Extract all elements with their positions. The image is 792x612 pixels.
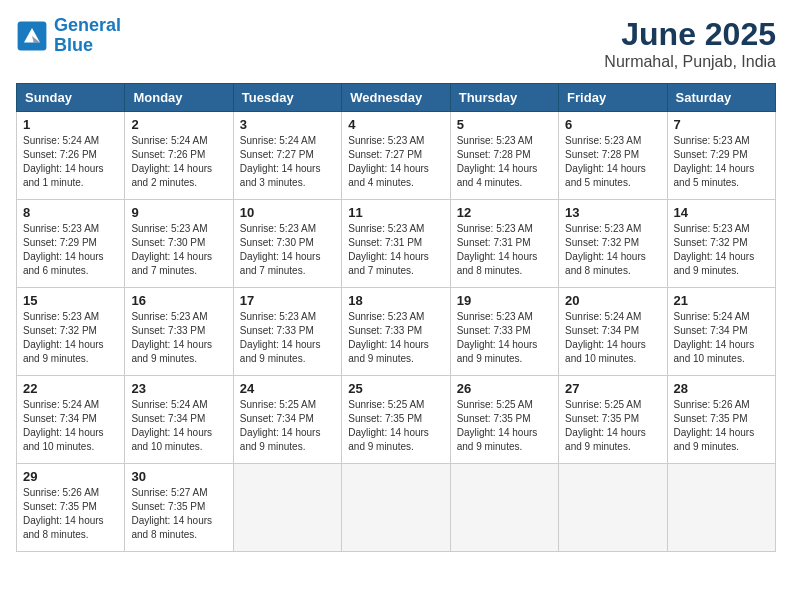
day-number: 26 (457, 381, 552, 396)
table-row: 16Sunrise: 5:23 AMSunset: 7:33 PMDayligh… (125, 288, 233, 376)
day-info: Sunrise: 5:26 AMSunset: 7:35 PMDaylight:… (23, 486, 118, 542)
week-row: 8Sunrise: 5:23 AMSunset: 7:29 PMDaylight… (17, 200, 776, 288)
day-number: 19 (457, 293, 552, 308)
logo: General Blue (16, 16, 121, 56)
table-row (559, 464, 667, 552)
logo-icon (16, 20, 48, 52)
day-number: 7 (674, 117, 769, 132)
day-number: 24 (240, 381, 335, 396)
table-row: 17Sunrise: 5:23 AMSunset: 7:33 PMDayligh… (233, 288, 341, 376)
day-number: 20 (565, 293, 660, 308)
day-number: 13 (565, 205, 660, 220)
day-number: 12 (457, 205, 552, 220)
table-row: 23Sunrise: 5:24 AMSunset: 7:34 PMDayligh… (125, 376, 233, 464)
title-area: June 2025 Nurmahal, Punjab, India (604, 16, 776, 71)
day-info: Sunrise: 5:24 AMSunset: 7:34 PMDaylight:… (23, 398, 118, 454)
day-number: 2 (131, 117, 226, 132)
header-tuesday: Tuesday (233, 84, 341, 112)
day-info: Sunrise: 5:23 AMSunset: 7:30 PMDaylight:… (240, 222, 335, 278)
table-row: 9Sunrise: 5:23 AMSunset: 7:30 PMDaylight… (125, 200, 233, 288)
day-info: Sunrise: 5:23 AMSunset: 7:33 PMDaylight:… (457, 310, 552, 366)
day-number: 11 (348, 205, 443, 220)
table-row: 7Sunrise: 5:23 AMSunset: 7:29 PMDaylight… (667, 112, 775, 200)
day-info: Sunrise: 5:24 AMSunset: 7:34 PMDaylight:… (131, 398, 226, 454)
table-row: 15Sunrise: 5:23 AMSunset: 7:32 PMDayligh… (17, 288, 125, 376)
table-row: 25Sunrise: 5:25 AMSunset: 7:35 PMDayligh… (342, 376, 450, 464)
day-number: 10 (240, 205, 335, 220)
day-number: 5 (457, 117, 552, 132)
day-number: 21 (674, 293, 769, 308)
day-info: Sunrise: 5:24 AMSunset: 7:26 PMDaylight:… (131, 134, 226, 190)
week-row: 1Sunrise: 5:24 AMSunset: 7:26 PMDaylight… (17, 112, 776, 200)
day-number: 22 (23, 381, 118, 396)
table-row: 14Sunrise: 5:23 AMSunset: 7:32 PMDayligh… (667, 200, 775, 288)
table-row: 11Sunrise: 5:23 AMSunset: 7:31 PMDayligh… (342, 200, 450, 288)
day-info: Sunrise: 5:23 AMSunset: 7:28 PMDaylight:… (457, 134, 552, 190)
day-info: Sunrise: 5:23 AMSunset: 7:33 PMDaylight:… (131, 310, 226, 366)
day-info: Sunrise: 5:24 AMSunset: 7:26 PMDaylight:… (23, 134, 118, 190)
header-wednesday: Wednesday (342, 84, 450, 112)
table-row: 8Sunrise: 5:23 AMSunset: 7:29 PMDaylight… (17, 200, 125, 288)
table-row: 24Sunrise: 5:25 AMSunset: 7:34 PMDayligh… (233, 376, 341, 464)
day-number: 8 (23, 205, 118, 220)
table-row (233, 464, 341, 552)
day-info: Sunrise: 5:23 AMSunset: 7:32 PMDaylight:… (674, 222, 769, 278)
day-number: 23 (131, 381, 226, 396)
day-number: 30 (131, 469, 226, 484)
day-info: Sunrise: 5:24 AMSunset: 7:34 PMDaylight:… (674, 310, 769, 366)
page-header: General Blue June 2025 Nurmahal, Punjab,… (16, 16, 776, 71)
day-info: Sunrise: 5:23 AMSunset: 7:29 PMDaylight:… (23, 222, 118, 278)
day-info: Sunrise: 5:23 AMSunset: 7:30 PMDaylight:… (131, 222, 226, 278)
week-row: 29Sunrise: 5:26 AMSunset: 7:35 PMDayligh… (17, 464, 776, 552)
table-row (667, 464, 775, 552)
table-row: 4Sunrise: 5:23 AMSunset: 7:27 PMDaylight… (342, 112, 450, 200)
week-row: 22Sunrise: 5:24 AMSunset: 7:34 PMDayligh… (17, 376, 776, 464)
table-row: 30Sunrise: 5:27 AMSunset: 7:35 PMDayligh… (125, 464, 233, 552)
day-info: Sunrise: 5:23 AMSunset: 7:33 PMDaylight:… (348, 310, 443, 366)
day-number: 9 (131, 205, 226, 220)
day-info: Sunrise: 5:24 AMSunset: 7:34 PMDaylight:… (565, 310, 660, 366)
table-row: 26Sunrise: 5:25 AMSunset: 7:35 PMDayligh… (450, 376, 558, 464)
day-info: Sunrise: 5:25 AMSunset: 7:34 PMDaylight:… (240, 398, 335, 454)
logo-text: General Blue (54, 16, 121, 56)
logo-line2: Blue (54, 35, 93, 55)
table-row: 18Sunrise: 5:23 AMSunset: 7:33 PMDayligh… (342, 288, 450, 376)
table-row: 13Sunrise: 5:23 AMSunset: 7:32 PMDayligh… (559, 200, 667, 288)
table-row: 19Sunrise: 5:23 AMSunset: 7:33 PMDayligh… (450, 288, 558, 376)
table-row: 1Sunrise: 5:24 AMSunset: 7:26 PMDaylight… (17, 112, 125, 200)
table-row: 3Sunrise: 5:24 AMSunset: 7:27 PMDaylight… (233, 112, 341, 200)
table-row (450, 464, 558, 552)
table-row: 27Sunrise: 5:25 AMSunset: 7:35 PMDayligh… (559, 376, 667, 464)
day-info: Sunrise: 5:23 AMSunset: 7:29 PMDaylight:… (674, 134, 769, 190)
day-info: Sunrise: 5:24 AMSunset: 7:27 PMDaylight:… (240, 134, 335, 190)
day-number: 16 (131, 293, 226, 308)
day-number: 1 (23, 117, 118, 132)
header-saturday: Saturday (667, 84, 775, 112)
table-row: 10Sunrise: 5:23 AMSunset: 7:30 PMDayligh… (233, 200, 341, 288)
table-row: 29Sunrise: 5:26 AMSunset: 7:35 PMDayligh… (17, 464, 125, 552)
day-info: Sunrise: 5:23 AMSunset: 7:32 PMDaylight:… (565, 222, 660, 278)
day-number: 14 (674, 205, 769, 220)
calendar: Sunday Monday Tuesday Wednesday Thursday… (16, 83, 776, 552)
day-info: Sunrise: 5:23 AMSunset: 7:27 PMDaylight:… (348, 134, 443, 190)
logo-line1: General (54, 15, 121, 35)
day-info: Sunrise: 5:23 AMSunset: 7:28 PMDaylight:… (565, 134, 660, 190)
day-number: 29 (23, 469, 118, 484)
day-number: 25 (348, 381, 443, 396)
week-row: 15Sunrise: 5:23 AMSunset: 7:32 PMDayligh… (17, 288, 776, 376)
header-thursday: Thursday (450, 84, 558, 112)
day-info: Sunrise: 5:23 AMSunset: 7:32 PMDaylight:… (23, 310, 118, 366)
day-info: Sunrise: 5:23 AMSunset: 7:31 PMDaylight:… (348, 222, 443, 278)
day-info: Sunrise: 5:23 AMSunset: 7:33 PMDaylight:… (240, 310, 335, 366)
table-row: 22Sunrise: 5:24 AMSunset: 7:34 PMDayligh… (17, 376, 125, 464)
header-monday: Monday (125, 84, 233, 112)
day-info: Sunrise: 5:26 AMSunset: 7:35 PMDaylight:… (674, 398, 769, 454)
table-row: 21Sunrise: 5:24 AMSunset: 7:34 PMDayligh… (667, 288, 775, 376)
day-number: 15 (23, 293, 118, 308)
day-info: Sunrise: 5:25 AMSunset: 7:35 PMDaylight:… (348, 398, 443, 454)
table-row: 20Sunrise: 5:24 AMSunset: 7:34 PMDayligh… (559, 288, 667, 376)
day-number: 4 (348, 117, 443, 132)
table-row (342, 464, 450, 552)
calendar-header-row: Sunday Monday Tuesday Wednesday Thursday… (17, 84, 776, 112)
day-number: 28 (674, 381, 769, 396)
